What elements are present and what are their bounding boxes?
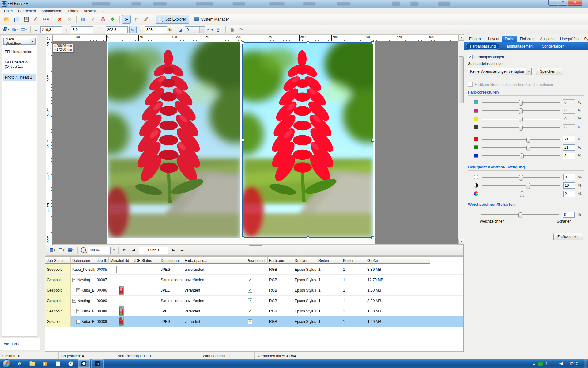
hidden-icons-icon[interactable]: ▲ xyxy=(533,362,535,365)
align-icon[interactable]: ▼ xyxy=(11,26,19,33)
column-seiten[interactable]: Seiten xyxy=(317,257,341,264)
link-proportions-icon[interactable]: 8 xyxy=(129,26,137,33)
column-jdf-status[interactable]: JDF-Status xyxy=(132,257,159,264)
width-field[interactable] xyxy=(40,26,62,33)
selection-handle[interactable] xyxy=(307,236,309,239)
tab-farbe[interactable]: Farbe xyxy=(502,36,517,42)
horizontal-scrollbar-thumb[interactable] xyxy=(249,245,262,246)
color-adjust-checkbox[interactable]: ✓ xyxy=(468,55,473,59)
brightness-slider[interactable] xyxy=(482,174,560,180)
positioned-checkbox[interactable]: ✓ xyxy=(248,288,252,293)
save-icon[interactable]: 💾 xyxy=(22,15,31,24)
menu-bearbeiten[interactable]: Bearbeiten xyxy=(15,8,39,14)
arrange-icon[interactable]: ▼ xyxy=(2,26,10,33)
selection-handle[interactable] xyxy=(242,41,244,44)
tab-eingabe[interactable]: Eingabe xyxy=(467,36,485,42)
column-farbraum[interactable]: Farbraum xyxy=(268,257,293,264)
workflow-item-iso-coated-v2-offset-1[interactable]: ISO Coated v2 (Offset) 1... xyxy=(3,59,36,70)
pipette-tool-icon[interactable]: 🖉 xyxy=(142,15,150,24)
menu-extras[interactable]: Extras xyxy=(65,8,81,14)
selection-handle[interactable] xyxy=(371,236,374,239)
selection-handle[interactable] xyxy=(242,139,244,142)
saturation-slider[interactable] xyxy=(482,191,560,197)
job-image-original[interactable] xyxy=(108,42,240,238)
taskbar-explorer[interactable] xyxy=(26,360,38,368)
volume-icon[interactable] xyxy=(559,362,563,366)
workflow-item-photo-fineart-1[interactable]: Photo / Fineart 1 xyxy=(3,74,36,81)
job-row[interactable]: Gespoolt −Nesting 00090 Sammelform unver… xyxy=(45,296,463,306)
next-page-icon[interactable]: ▶ xyxy=(170,248,177,252)
blue-slider-thumb[interactable] xyxy=(520,153,524,159)
red-value-field[interactable] xyxy=(563,136,575,142)
presets-select[interactable]: Keine Voreinstellungen verfügbar ▼ xyxy=(468,68,532,75)
column-kopien[interactable]: Kopien xyxy=(341,257,366,264)
sharpen-slider-thumb[interactable] xyxy=(518,212,522,218)
height-field[interactable] xyxy=(71,26,93,33)
rotation-select[interactable]: 0 ▼ xyxy=(185,26,205,33)
last-page-icon[interactable]: ⏭ xyxy=(179,248,185,252)
nesting-icon[interactable]: ❖ xyxy=(108,15,117,24)
column-positioniert[interactable]: Positioniert xyxy=(245,257,268,264)
tab-system[interactable]: System xyxy=(582,36,588,42)
column-gr-e[interactable]: Größe xyxy=(366,257,390,264)
selection-handle[interactable] xyxy=(371,139,374,142)
print-icon[interactable]: ⎙ xyxy=(32,15,40,24)
job-row[interactable]: Gespoolt +Kuba_Blume_ 00089 JPEG verände… xyxy=(45,316,463,327)
maximize-button[interactable]: ▢ xyxy=(558,0,568,6)
alle-jobs-tab[interactable]: Alle Jobs xyxy=(0,338,40,350)
brightness-slider-thumb[interactable] xyxy=(519,175,523,181)
taskbar-photoshop[interactable]: Ps xyxy=(91,359,104,368)
black-slider[interactable] xyxy=(482,125,560,130)
subtab-farbmanagement[interactable]: Farbmanagement xyxy=(501,43,537,49)
job-row[interactable]: Gespoolt −Nesting 00087 Sammelform unver… xyxy=(45,275,463,285)
contrast-value-field[interactable] xyxy=(564,182,575,189)
column-miniaturbild[interactable]: Miniaturbild xyxy=(109,257,132,264)
taskbar-gauge-app[interactable] xyxy=(65,360,77,368)
yellow-value-field[interactable] xyxy=(563,116,575,122)
cyan-slider-thumb[interactable] xyxy=(519,100,523,106)
scale-field[interactable] xyxy=(145,26,167,33)
cut-icon[interactable]: ✂✱ xyxy=(42,15,50,24)
selection-handle[interactable] xyxy=(371,41,374,44)
taskbar-fiery-xf[interactable] xyxy=(78,359,90,368)
red-slider-thumb[interactable] xyxy=(526,137,530,143)
select-tool-icon[interactable]: ➤ xyxy=(122,15,131,24)
previous-page-icon[interactable]: ◀ xyxy=(130,248,137,252)
column-job-id[interactable]: Job-ID xyxy=(95,257,109,264)
zoom-dropdown-icon[interactable]: ▼ xyxy=(113,249,115,251)
flip-vertical-icon[interactable]: ▿▴ xyxy=(215,26,223,33)
subtab-sonderfarben[interactable]: Sonderfarben xyxy=(538,43,568,49)
black-slider-thumb[interactable] xyxy=(519,125,523,131)
column-drucker[interactable]: Drucker xyxy=(293,257,317,264)
menu-item[interactable]: ? xyxy=(99,8,106,14)
selection-handle[interactable] xyxy=(242,236,244,239)
sharpen-slider[interactable] xyxy=(481,212,559,217)
positioned-checkbox[interactable]: ✓ xyxy=(248,298,252,303)
subtab-farbanpassung[interactable]: Farbanpassung xyxy=(466,43,499,50)
taskbar-clock[interactable]: 17:17 xyxy=(569,362,578,366)
show-desktop-button[interactable] xyxy=(584,359,587,368)
tab-berpr-fen[interactable]: Überprüfen xyxy=(558,36,581,42)
chart-icon[interactable]: ▥ xyxy=(79,15,88,24)
pages-icon[interactable] xyxy=(12,15,21,24)
tab-layout[interactable]: Layout xyxy=(486,36,502,42)
workflow-item-efi-linearization[interactable]: EFI Linearization xyxy=(3,48,36,55)
delete-icon[interactable]: ✕ xyxy=(55,15,64,24)
scroll-down-icon[interactable]: ▼ xyxy=(458,239,464,245)
save-preset-button[interactable]: Speichern... xyxy=(536,68,564,75)
contrast-slider-thumb[interactable] xyxy=(526,183,530,189)
system-manager-button[interactable]: System Manager xyxy=(190,15,232,24)
fit-view-icon[interactable]: ▼ xyxy=(49,247,56,254)
network-icon[interactable] xyxy=(552,362,556,365)
redo-icon[interactable]: ↷ xyxy=(237,26,245,33)
taskbar-internet-explorer[interactable]: e xyxy=(13,360,25,368)
workflow-selector[interactable]: Nach Workflow ▼ xyxy=(3,38,36,45)
cyan-value-field[interactable] xyxy=(563,99,575,105)
reset-button[interactable]: Zurücksetzen xyxy=(553,233,583,240)
collapse-icon[interactable]: − xyxy=(72,278,76,282)
sync-tray-icon[interactable]: ⇄ xyxy=(538,362,543,366)
black-value-field[interactable] xyxy=(563,124,575,130)
job-image-selected[interactable] xyxy=(242,42,373,238)
start-button[interactable] xyxy=(1,360,12,368)
menu-sammelform[interactable]: Sammelform xyxy=(39,8,65,14)
